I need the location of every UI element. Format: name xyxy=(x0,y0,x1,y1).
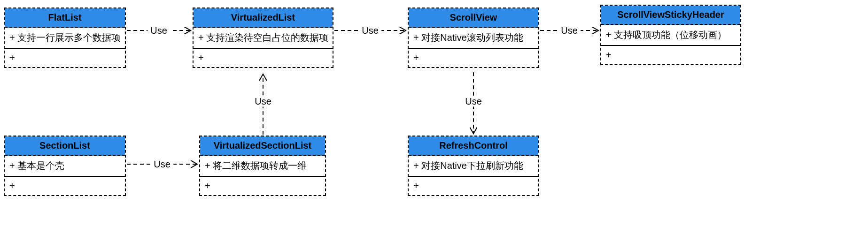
class-refreshcontrol: RefreshControl + 对接Native下拉刷新功能 + xyxy=(408,136,539,196)
class-sectionlist-name: SectionList xyxy=(5,136,125,156)
class-flatlist-name: FlatList xyxy=(5,8,125,28)
class-flatlist: FlatList + 支持一行展示多个数据项 + xyxy=(4,8,126,68)
class-flatlist-method: + xyxy=(5,49,125,67)
class-virtualizedsectionlist-method: + xyxy=(200,177,325,195)
class-stickyheader-name: ScrollViewStickyHeader xyxy=(601,6,740,25)
edge-label-virtualizedlist-scrollview: Use xyxy=(359,25,381,36)
edge-label-flatlist-virtualizedlist: Use xyxy=(147,25,170,36)
class-stickyheader-attr: + 支持吸顶功能（位移动画） xyxy=(601,25,740,46)
class-sectionlist-attr: + 基本是个壳 xyxy=(5,156,125,177)
class-refreshcontrol-name: RefreshControl xyxy=(409,136,538,156)
class-stickyheader: ScrollViewStickyHeader + 支持吸顶功能（位移动画） + xyxy=(600,5,741,65)
class-virtualizedlist-method: + xyxy=(194,49,333,67)
class-scrollview-method: + xyxy=(409,49,538,67)
class-scrollview-attr: + 对接Native滚动列表功能 xyxy=(409,28,538,49)
class-sectionlist-method: + xyxy=(5,177,125,195)
class-virtualizedsectionlist-attr: + 将二维数据项转成一维 xyxy=(200,156,325,177)
edge-label-vsection-virtualizedlist: Use xyxy=(252,96,274,107)
class-virtualizedlist-name: VirtualizedList xyxy=(194,8,333,28)
class-sectionlist: SectionList + 基本是个壳 + xyxy=(4,136,126,196)
class-virtualizedsectionlist: VirtualizedSectionList + 将二维数据项转成一维 + xyxy=(199,136,326,196)
edge-label-sectionlist-vsection: Use xyxy=(151,159,173,170)
class-virtualizedsectionlist-name: VirtualizedSectionList xyxy=(200,136,325,156)
class-flatlist-attr: + 支持一行展示多个数据项 xyxy=(5,28,125,49)
class-stickyheader-method: + xyxy=(601,46,740,64)
edge-label-scrollview-stickyheader: Use xyxy=(558,25,581,36)
class-scrollview: ScrollView + 对接Native滚动列表功能 + xyxy=(408,8,539,68)
class-scrollview-name: ScrollView xyxy=(409,8,538,28)
edge-label-scrollview-refreshcontrol: Use xyxy=(462,96,485,107)
class-refreshcontrol-attr: + 对接Native下拉刷新功能 xyxy=(409,156,538,177)
class-virtualizedlist: VirtualizedList + 支持渲染待空白占位的数据项 + xyxy=(193,8,333,68)
class-virtualizedlist-attr: + 支持渲染待空白占位的数据项 xyxy=(194,28,333,49)
class-refreshcontrol-method: + xyxy=(409,177,538,195)
